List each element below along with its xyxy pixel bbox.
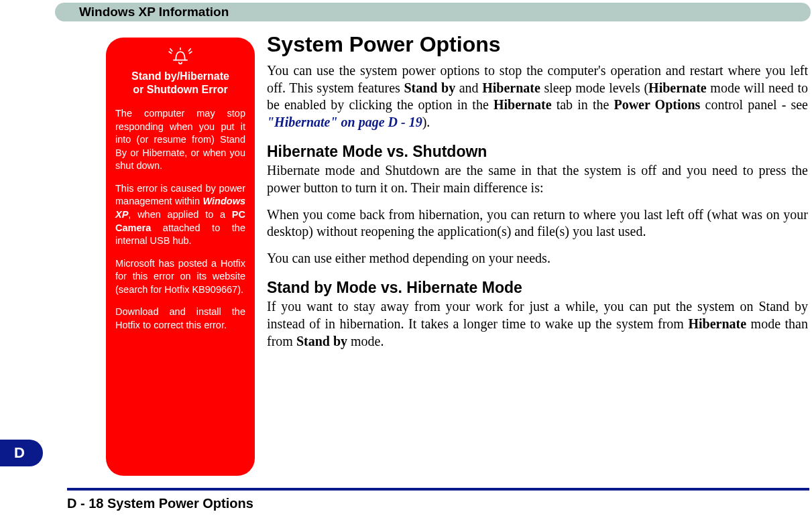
heading-2: Hibernate Mode vs. Shutdown — [267, 143, 808, 161]
paragraph: When you come back from hibernation, you… — [267, 206, 808, 241]
warning-paragraph-3: Microsoft has posted a Hotfix for this e… — [115, 257, 245, 297]
appendix-tab-label: D — [14, 444, 25, 462]
warning-paragraph-4: Download and install the Hotfix to corre… — [115, 306, 245, 332]
heading-1: System Power Options — [267, 32, 808, 57]
footer-rule — [67, 488, 809, 491]
paragraph: Hibernate mode and Shutdown are the same… — [267, 162, 808, 196]
warning-paragraph-1: The computer may stop responding when yo… — [115, 107, 245, 173]
page: Windows XP Information D Stand by/Hibern… — [0, 0, 812, 518]
warning-title: Stand by/Hibernateor Shutdown Error — [115, 70, 245, 96]
page-footer: D - 18 System Power Options — [67, 496, 253, 511]
header-title: Windows XP Information — [79, 3, 229, 21]
warning-callout: Stand by/Hibernateor Shutdown Error The … — [106, 38, 255, 476]
warning-paragraph-2: This error is caused by power management… — [115, 182, 245, 248]
alarm-bell-icon — [168, 47, 192, 66]
paragraph: You can use the system power options to … — [267, 62, 808, 131]
appendix-tab: D — [0, 440, 43, 466]
paragraph: You can use either method depending on y… — [267, 250, 808, 267]
heading-2: Stand by Mode vs. Hibernate Mode — [267, 279, 808, 297]
paragraph: If you want to stay away from your work … — [267, 298, 808, 350]
main-content: System Power Options You can use the sys… — [267, 32, 808, 359]
